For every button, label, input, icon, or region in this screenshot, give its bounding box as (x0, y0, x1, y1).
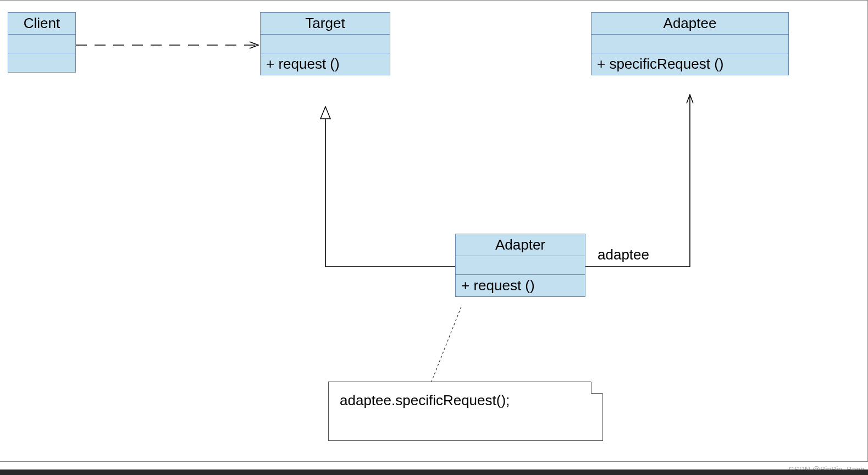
class-adapter-attrs (456, 256, 585, 275)
note: adaptee.specificRequest(); (328, 382, 603, 441)
note-fold-icon (591, 382, 603, 394)
class-adapter: Adapter + request () (455, 234, 585, 297)
class-client-ops (8, 53, 75, 72)
class-target-ops: + request () (261, 53, 390, 75)
class-adaptee-name: Adaptee (591, 13, 788, 35)
class-adaptee: Adaptee + specificRequest () (591, 12, 789, 75)
class-client: Client (8, 12, 76, 73)
note-text: adaptee.specificRequest(); (340, 392, 510, 408)
class-adapter-ops: + request () (456, 275, 585, 296)
class-adaptee-attrs (591, 35, 788, 53)
class-adapter-name: Adapter (456, 234, 585, 256)
class-target: Target + request () (260, 12, 390, 75)
class-target-attrs (261, 35, 390, 53)
class-adaptee-ops: + specificRequest () (591, 53, 788, 75)
class-client-name: Client (8, 13, 75, 35)
class-target-name: Target (261, 13, 390, 35)
association-label-adaptee: adaptee (598, 246, 649, 263)
class-client-attrs (8, 35, 75, 53)
bottom-bar (0, 470, 868, 475)
